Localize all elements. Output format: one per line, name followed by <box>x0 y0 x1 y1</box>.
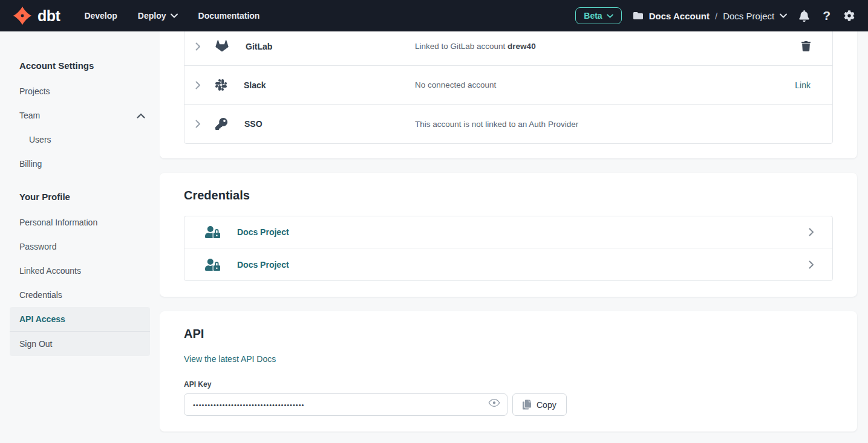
linked-account-row-sso: SSO This account is not linked to an Aut… <box>184 105 832 143</box>
linked-accounts-table: GitLab Linked to GitLab account drew40 <box>184 31 833 144</box>
breadcrumb-project[interactable]: Docs Project <box>723 11 774 21</box>
slack-label: Slack <box>244 80 266 90</box>
settings-sidebar: Account Settings Projects Team Users Bil… <box>0 31 160 443</box>
slack-name-cell: Slack <box>215 79 415 91</box>
gitlab-status: Linked to GitLab account drew40 <box>415 42 801 51</box>
gitlab-username: drew40 <box>507 42 536 51</box>
dbt-logo[interactable]: dbt <box>12 5 60 26</box>
main-content: GitLab Linked to GitLab account drew40 <box>160 31 868 443</box>
linked-account-row-gitlab: GitLab Linked to GitLab account drew40 <box>184 31 832 66</box>
sidebar-item-personal-information[interactable]: Personal Information <box>19 210 145 234</box>
user-lock-icon <box>205 259 220 271</box>
chevron-right-icon <box>809 260 814 269</box>
help-button[interactable]: ? <box>821 7 832 24</box>
chevron-down-icon <box>607 14 613 18</box>
sso-status: This account is not linked to an Auth Pr… <box>415 120 811 129</box>
sidebar-item-billing[interactable]: Billing <box>19 152 145 176</box>
user-lock-icon <box>205 226 220 238</box>
breadcrumb-separator: / <box>715 11 717 21</box>
expand-chevron-icon[interactable] <box>195 120 201 128</box>
question-mark-icon: ? <box>823 8 830 23</box>
navbar-right: Beta Docs Account / Docs Project ? <box>575 7 856 24</box>
nav-deploy[interactable]: Deploy <box>138 11 178 21</box>
sidebar-item-team[interactable]: Team <box>19 103 145 128</box>
expand-chevron-icon[interactable] <box>195 81 201 89</box>
breadcrumb-account[interactable]: Docs Account <box>649 11 710 21</box>
nav-documentation[interactable]: Documentation <box>198 11 260 21</box>
sidebar-item-api-access[interactable]: API Access <box>10 307 150 331</box>
credentials-table: Docs Project Docs Project <box>184 216 833 281</box>
slack-icon <box>215 79 227 91</box>
dbt-logo-text: dbt <box>38 7 60 25</box>
credential-row[interactable]: Docs Project <box>184 248 832 280</box>
api-key-label: API Key <box>184 380 833 389</box>
beta-dropdown[interactable]: Beta <box>575 7 621 24</box>
chevron-down-icon[interactable] <box>780 13 787 18</box>
api-card: API View the latest API Docs API Key <box>160 311 857 432</box>
linked-accounts-card: GitLab Linked to GitLab account drew40 <box>160 31 857 158</box>
gitlab-name-cell: GitLab <box>215 40 415 53</box>
notifications-button[interactable] <box>798 9 811 23</box>
bell-icon <box>799 10 809 22</box>
reveal-key-button[interactable] <box>488 398 500 407</box>
credential-row[interactable]: Docs Project <box>184 216 832 248</box>
unlink-gitlab-button[interactable] <box>801 41 811 51</box>
primary-nav: Develop Deploy Documentation <box>84 11 259 21</box>
gear-icon <box>844 10 855 21</box>
settings-button[interactable] <box>843 9 856 22</box>
copy-key-button[interactable]: Copy <box>512 393 567 416</box>
sidebar-heading-your-profile: Your Profile <box>19 192 145 202</box>
credential-project-label: Docs Project <box>237 260 809 270</box>
credential-project-label: Docs Project <box>237 227 809 237</box>
nav-develop[interactable]: Develop <box>84 11 117 21</box>
slack-status: No connected account <box>415 80 795 89</box>
dbt-logo-icon <box>12 5 33 26</box>
sidebar-item-password[interactable]: Password <box>19 234 145 259</box>
api-docs-link[interactable]: View the latest API Docs <box>184 354 276 364</box>
sidebar-item-linked-accounts[interactable]: Linked Accounts <box>19 259 145 283</box>
copy-button-label: Copy <box>537 400 556 410</box>
expand-chevron-icon[interactable] <box>195 42 201 51</box>
top-navbar: dbt Develop Deploy Documentation Beta Do… <box>0 0 868 31</box>
sso-label: SSO <box>244 119 263 129</box>
gitlab-icon <box>215 40 229 53</box>
sidebar-item-users[interactable]: Users <box>19 128 145 152</box>
trash-icon <box>801 41 811 51</box>
link-slack-button[interactable]: Link <box>795 80 811 90</box>
credentials-card: Credentials Docs Project Docs Project <box>160 173 857 297</box>
eye-icon <box>488 398 500 407</box>
credentials-title: Credentials <box>184 189 833 202</box>
sidebar-heading-account-settings: Account Settings <box>19 60 145 71</box>
key-icon <box>215 118 227 130</box>
api-title: API <box>184 327 833 341</box>
copy-icon <box>523 399 531 410</box>
sidebar-item-projects[interactable]: Projects <box>19 79 145 103</box>
sidebar-item-credentials[interactable]: Credentials <box>19 283 145 307</box>
chevron-down-icon <box>171 13 178 18</box>
sidebar-item-sign-out[interactable]: Sign Out <box>10 331 150 356</box>
api-key-row: Copy <box>184 393 833 416</box>
chevron-up-icon <box>137 113 145 118</box>
linked-account-row-slack: Slack No connected account Link <box>184 66 832 105</box>
sso-name-cell: SSO <box>215 118 415 130</box>
folder-icon <box>633 11 644 21</box>
api-key-input[interactable] <box>184 393 507 416</box>
gitlab-label: GitLab <box>246 42 272 51</box>
breadcrumb: Docs Account / Docs Project <box>633 11 788 21</box>
chevron-right-icon <box>809 228 814 236</box>
